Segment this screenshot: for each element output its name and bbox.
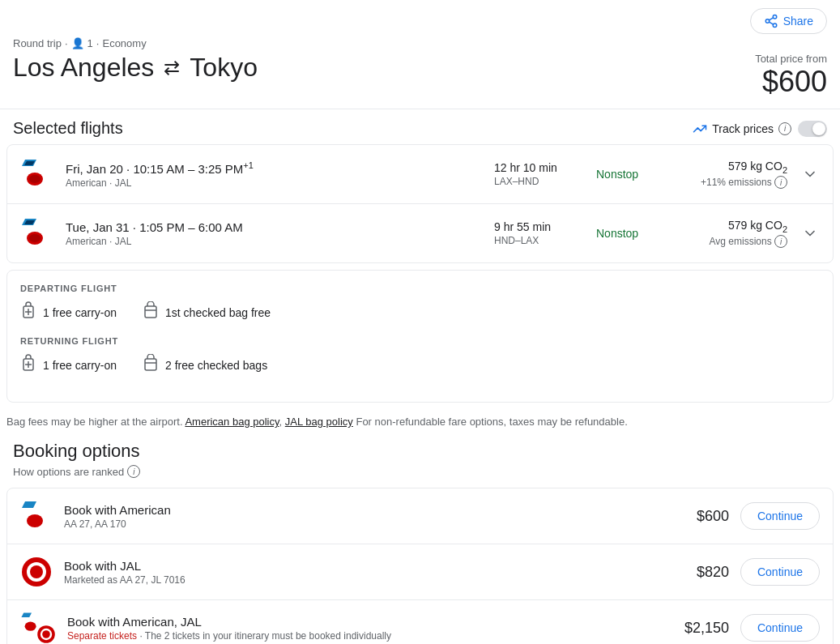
separate-tickets-dot: · The 2 tickets in your itinerary must b… — [139, 630, 391, 642]
booking-price-american: $600 — [672, 508, 729, 525]
flight-emissions-1: 579 kg CO2 +11% emissions i — [674, 160, 787, 190]
airline-logo-2 — [20, 217, 53, 249]
booking-sub-american-jal: Separate tickets · The 2 tickets in your… — [67, 630, 661, 642]
co2-sub-1: 2 — [782, 164, 787, 174]
returning-flight-title: RETURNING FLIGHT — [20, 336, 820, 346]
flight-row[interactable]: Fri, Jan 20 · 10:15 AM – 3:25 PM+1 Ameri… — [7, 145, 833, 204]
booking-option-jal[interactable]: Book with JAL Marketed as AA 27, JL 7016… — [7, 544, 833, 600]
ranking-info-icon[interactable]: i — [127, 465, 140, 478]
flight-info-2: Tue, Jan 31 · 1:05 PM – 6:00 AM American… — [66, 220, 481, 247]
svg-point-8 — [29, 175, 41, 183]
trip-title-row: Los Angeles ⇄ Tokyo Total price from $60… — [13, 53, 827, 99]
jal-bag-policy-link[interactable]: JAL bag policy — [285, 416, 353, 428]
booking-info-american-jal: Book with American, JAL Separate tickets… — [67, 615, 661, 642]
emissions-info-icon-2[interactable]: i — [774, 235, 787, 248]
flight-info-1: Fri, Jan 20 · 10:15 AM – 3:25 PM+1 Ameri… — [66, 160, 481, 189]
flight-date-2: Tue, Jan 31 — [66, 220, 130, 234]
returning-carry-on: 1 free carry-on — [20, 354, 117, 376]
origin-city: Los Angeles — [13, 53, 154, 83]
passenger-count: 1 — [87, 37, 93, 49]
total-price-label: Total price from — [755, 53, 827, 65]
chevron-svg-1 — [802, 166, 818, 182]
flight-airline-1: American · JAL — [66, 177, 481, 189]
duration-text-1: 12 hr 10 min — [494, 161, 583, 174]
page-header: Round trip · 👤 1 · Economy Los Angeles ⇄… — [0, 34, 840, 109]
flight-duration-2: 9 hr 55 min HND–LAX — [494, 220, 583, 246]
total-price-value: $600 — [755, 65, 827, 99]
continue-button-jal[interactable]: Continue — [740, 558, 820, 586]
american-airline-logo — [20, 500, 53, 532]
booking-price-american-jal: $2,150 — [672, 620, 729, 637]
route-text-1: LAX–HND — [494, 176, 583, 187]
booking-info-american: Book with American AA 27, AA 170 — [64, 503, 661, 530]
svg-marker-23 — [22, 501, 36, 508]
flight-row-2[interactable]: Tue, Jan 31 · 1:05 PM – 6:00 AM American… — [7, 204, 833, 262]
destination-city: Tokyo — [190, 53, 258, 83]
dot2: · — [96, 37, 100, 49]
returning-baggage-items: 1 free carry-on 2 free checked bags — [20, 354, 820, 376]
track-prices-toggle[interactable] — [798, 121, 827, 137]
returning-checked-bags: 2 free checked bags — [143, 354, 267, 376]
emissions-sub-1: +11% emissions i — [674, 176, 787, 189]
svg-marker-28 — [21, 612, 32, 617]
flight-duration-1: 12 hr 10 min LAX–HND — [494, 161, 583, 187]
emissions-sub-2: Avg emissions i — [674, 235, 787, 248]
track-prices-label: Track prices i — [693, 122, 791, 136]
svg-rect-16 — [145, 306, 156, 318]
svg-line-3 — [769, 22, 773, 24]
emissions-main-1: 579 kg CO2 — [674, 160, 787, 175]
departing-flight-title: DEPARTING FLIGHT — [20, 284, 820, 293]
departing-checked-bag: 1st checked bag free — [143, 301, 271, 323]
booking-sub-jal: Marketed as AA 27, JL 7016 — [64, 574, 661, 586]
flight-emissions-2: 579 kg CO2 Avg emissions i — [674, 219, 787, 249]
emissions-main-2: 579 kg CO2 — [674, 219, 787, 234]
flight-date-1: Fri, Jan 20 — [66, 162, 123, 176]
flight-time-2: 1:05 PM – 6:00 AM — [139, 220, 243, 234]
booking-info-jal: Book with JAL Marketed as AA 27, JL 7016 — [64, 559, 661, 586]
flights-container: Fri, Jan 20 · 10:15 AM – 3:25 PM+1 Ameri… — [6, 144, 834, 263]
booking-option-american-jal[interactable]: Book with American, JAL Separate tickets… — [7, 600, 833, 644]
cabin-class: Economy — [102, 37, 146, 49]
svg-point-12 — [29, 234, 41, 242]
selected-flights-title: Selected flights — [13, 119, 123, 138]
svg-point-32 — [42, 630, 50, 638]
continue-button-american[interactable]: Continue — [740, 502, 820, 530]
checked-bag-svg-2 — [143, 354, 159, 372]
route-arrow-icon: ⇄ — [164, 57, 180, 79]
booking-name-american: Book with American — [64, 503, 661, 517]
booking-section: Booking options How options are ranked i — [0, 428, 840, 478]
svg-rect-21 — [145, 359, 156, 370]
carry-on-icon-departing — [20, 301, 36, 323]
carry-on-svg-1 — [20, 301, 36, 319]
total-price-block: Total price from $600 — [755, 53, 827, 99]
dual-logo-american-jal — [20, 612, 56, 644]
share-icon — [764, 14, 778, 28]
share-button[interactable]: Share — [750, 8, 827, 34]
passenger-icon: 👤 — [71, 37, 84, 49]
route-text-2: HND–LAX — [494, 235, 583, 246]
jal-airline-logo — [20, 556, 53, 588]
flight-datetime-1: Fri, Jan 20 · 10:15 AM – 3:25 PM+1 — [66, 160, 481, 176]
booking-options-list: Book with American AA 27, AA 170 $600 Co… — [6, 488, 834, 644]
share-label: Share — [783, 15, 813, 28]
chevron-down-icon-1[interactable] — [800, 164, 820, 184]
american-logo-icon — [20, 500, 53, 532]
duration-text-2: 9 hr 55 min — [494, 220, 583, 233]
track-prices-info-icon[interactable]: i — [778, 122, 791, 135]
flight-time-dot-2: · — [133, 220, 139, 234]
chevron-down-icon-2[interactable] — [800, 224, 820, 243]
carry-on-svg-2 — [20, 354, 36, 372]
emissions-info-icon-1[interactable]: i — [774, 176, 787, 189]
departing-checked-text: 1st checked bag free — [165, 306, 271, 319]
continue-button-american-jal[interactable]: Continue — [740, 614, 820, 642]
track-prices-text: Track prices — [712, 122, 774, 135]
track-prices-container: Track prices i — [693, 121, 827, 137]
american-bag-policy-link[interactable]: American bag policy — [185, 416, 279, 428]
ranking-text-label: How options are ranked — [13, 466, 124, 478]
returning-carry-on-text: 1 free carry-on — [43, 359, 117, 372]
track-prices-icon — [693, 122, 707, 136]
flight-stops-2: Nonstop — [596, 227, 661, 240]
flight-time-1: 10:15 AM – 3:25 PM — [133, 162, 243, 176]
trip-meta: Round trip · 👤 1 · Economy — [13, 37, 827, 49]
booking-option-american[interactable]: Book with American AA 27, AA 170 $600 Co… — [7, 488, 833, 544]
